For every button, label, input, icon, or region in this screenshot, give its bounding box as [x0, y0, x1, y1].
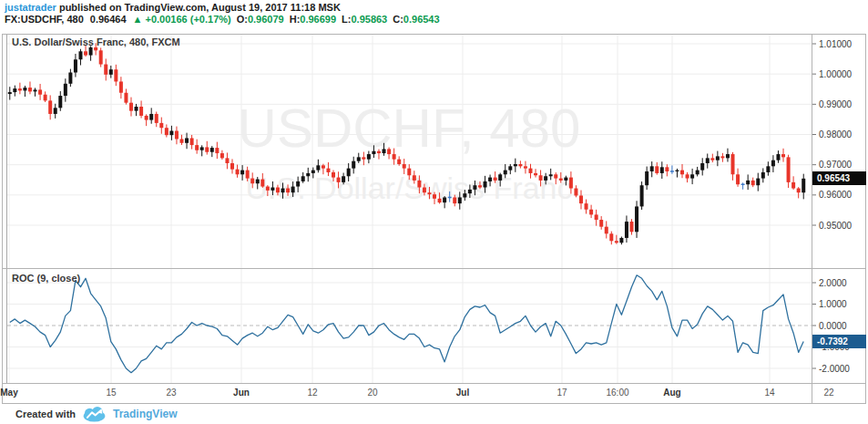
- candle-body: [650, 166, 654, 171]
- candle-body: [367, 154, 371, 160]
- price-axis[interactable]: 1.010001.000000.990000.980000.970000.960…: [812, 39, 853, 374]
- candle-body: [64, 84, 67, 96]
- candle-body: [301, 176, 305, 181]
- tradingview-logo-icon[interactable]: [82, 407, 107, 422]
- candle-body: [776, 154, 780, 160]
- candle-body: [291, 187, 295, 193]
- svg-text:23: 23: [166, 388, 177, 398]
- candle-body: [700, 163, 704, 171]
- tradingview-brand-link[interactable]: TradingView: [113, 408, 177, 420]
- svg-text:22: 22: [823, 388, 834, 398]
- candle-body: [124, 93, 128, 103]
- candle-body: [781, 154, 785, 157]
- candle-body: [407, 169, 411, 176]
- candle-body: [179, 139, 183, 142]
- low-label: L:: [342, 14, 351, 25]
- price-change: ▲ +0.00166 (+0.17%): [133, 14, 231, 25]
- candle-body: [797, 189, 801, 193]
- candle-body: [119, 81, 123, 92]
- candle-body: [129, 103, 133, 111]
- candle-body: [403, 164, 406, 169]
- candle-body: [478, 185, 482, 187]
- candle-body: [544, 176, 547, 181]
- candle-body: [347, 169, 351, 177]
- candle-body: [736, 174, 740, 184]
- candle-body: [54, 108, 57, 114]
- candle-body: [771, 160, 775, 167]
- candle-body: [215, 148, 219, 153]
- candle-body: [94, 47, 97, 50]
- svg-text:1.0000: 1.0000: [819, 299, 847, 309]
- candle-body: [645, 171, 648, 185]
- candle-body: [720, 156, 724, 158]
- candle-body: [260, 180, 264, 187]
- candle-body: [518, 164, 522, 166]
- candle-body: [99, 50, 103, 64]
- candle-body: [609, 233, 613, 241]
- candle-body: [726, 154, 730, 158]
- candle-body: [508, 166, 512, 170]
- candle-body: [18, 88, 22, 90]
- byline-text: published on TradingView.com, August 19,…: [59, 2, 341, 13]
- candle-body: [89, 47, 93, 56]
- candle-body: [38, 89, 42, 94]
- time-axis[interactable]: May1523Jun1220Jul1716:00Aug1422: [0, 388, 834, 398]
- svg-text:Jun: Jun: [233, 388, 250, 398]
- symbol-label[interactable]: FX:USDCHF, 480: [5, 14, 84, 25]
- candle-body: [372, 151, 375, 154]
- candle-body: [741, 183, 745, 185]
- svg-text:17: 17: [557, 388, 567, 398]
- candle-body: [34, 89, 37, 91]
- candle-body: [28, 88, 32, 91]
- candle-body: [159, 123, 163, 128]
- candle-body: [585, 203, 588, 210]
- candle-body: [690, 174, 694, 178]
- candle-body: [84, 51, 87, 55]
- candle-body: [680, 171, 684, 175]
- svg-text:0.98000: 0.98000: [819, 129, 853, 140]
- candle-body: [504, 171, 507, 175]
- candle-body: [114, 69, 117, 81]
- candle-body: [766, 166, 770, 172]
- candle-body: [761, 172, 765, 179]
- svg-text:15: 15: [106, 388, 117, 398]
- indicator-label-roc[interactable]: ROC (9, close): [12, 273, 80, 284]
- candle-body: [615, 241, 618, 243]
- high-label: H:: [290, 14, 301, 25]
- candle-body: [443, 197, 446, 202]
- candle-body: [595, 214, 598, 220]
- candle-body: [236, 170, 240, 175]
- open-value: 0.96079: [248, 14, 284, 25]
- candle-body: [716, 156, 720, 160]
- close-value: 0.96543: [403, 14, 440, 25]
- candle-body: [240, 171, 244, 175]
- candle-body: [448, 197, 452, 199]
- svg-text:12: 12: [307, 388, 318, 398]
- svg-text:1.01000: 1.01000: [819, 39, 853, 49]
- candle-body: [58, 96, 62, 108]
- candle-body: [751, 181, 755, 185]
- footer-attribution: Created with TradingView: [15, 405, 177, 423]
- chart-canvas[interactable]: 1.010001.000000.990000.980000.970000.960…: [0, 0, 868, 424]
- candle-body: [230, 163, 234, 170]
- svg-text:0.0000: 0.0000: [819, 321, 847, 331]
- open-label: O:: [237, 14, 248, 25]
- candle-body: [377, 151, 381, 153]
- candle-body: [433, 194, 436, 199]
- candle-body: [68, 73, 72, 84]
- candle-body: [453, 197, 456, 203]
- candle-body: [494, 178, 497, 181]
- candle-body: [266, 187, 270, 191]
- candle-body: [276, 188, 280, 193]
- candle-body: [139, 107, 143, 116]
- byline-user-link[interactable]: justatrader: [5, 2, 56, 13]
- svg-text:16:00: 16:00: [606, 388, 628, 398]
- candle-body: [145, 116, 148, 120]
- candle-body: [579, 195, 583, 203]
- candle-body: [210, 148, 214, 152]
- svg-text:0.97000: 0.97000: [819, 160, 853, 170]
- symbol-title[interactable]: U.S. Dollar/Swiss Franc, 480, FXCM: [12, 36, 180, 47]
- candle-body: [393, 154, 396, 160]
- candle-body: [731, 154, 735, 174]
- svg-text:Jul: Jul: [456, 388, 470, 398]
